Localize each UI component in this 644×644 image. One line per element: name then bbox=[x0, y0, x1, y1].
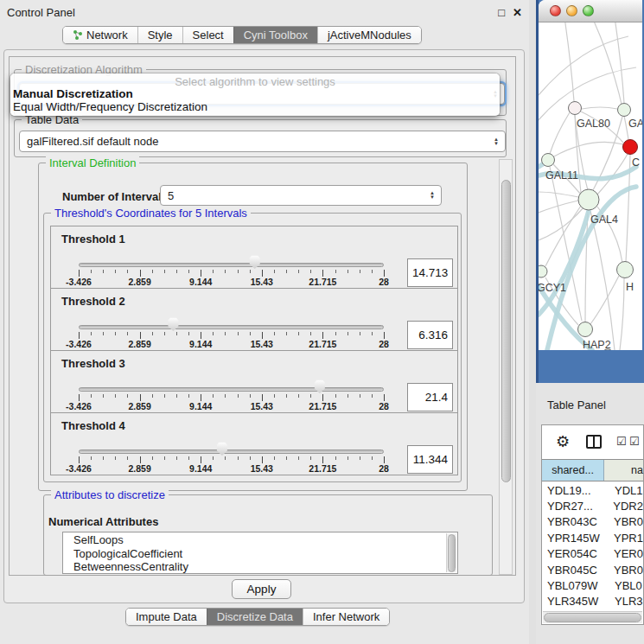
cell-name[interactable]: YBR0 bbox=[609, 515, 643, 528]
network-edge[interactable] bbox=[615, 22, 624, 103]
table-h-scrollbar[interactable] bbox=[543, 611, 642, 623]
table-row[interactable]: YER054CYER0 bbox=[542, 546, 643, 562]
table-row[interactable]: YBL079WYBL0 bbox=[542, 577, 643, 593]
node-label-GAL4: GAL4 bbox=[590, 214, 618, 226]
slider-track[interactable] bbox=[79, 450, 384, 454]
checkbox-icon[interactable]: ☑ bbox=[629, 435, 640, 448]
table-row[interactable]: YDL19...YDL1 bbox=[542, 482, 643, 498]
cell-shared-name[interactable]: YBL079W bbox=[542, 579, 610, 592]
cell-name[interactable]: YER0 bbox=[609, 547, 643, 560]
network-edge[interactable] bbox=[539, 192, 578, 197]
tab-cyni-toolbox[interactable]: Cyni Toolbox bbox=[233, 27, 317, 43]
cell-shared-name[interactable]: YBR045C bbox=[542, 564, 609, 577]
threshold-value-input[interactable] bbox=[407, 321, 453, 349]
network-edge[interactable] bbox=[564, 22, 574, 101]
slider-tick-labels: -3.4262.8599.14415.4321.71528 bbox=[79, 401, 384, 411]
panel-title: Control Panel bbox=[7, 6, 490, 19]
column-header-shared[interactable]: shared... bbox=[542, 460, 604, 481]
table-row[interactable]: YBR045CYBR0 bbox=[542, 562, 643, 577]
tab-network[interactable]: Network bbox=[63, 27, 137, 43]
numerical-attributes-list[interactable]: SelfLoopsTopologicalCoefficientBetweenne… bbox=[62, 532, 458, 574]
network-node-GCY1[interactable] bbox=[539, 265, 547, 277]
split-pane-icon[interactable] bbox=[586, 435, 602, 449]
num-intervals-combobox[interactable]: 5 ▲▼ bbox=[160, 185, 442, 206]
scrollbar-thumb[interactable] bbox=[544, 613, 641, 622]
cell-name[interactable]: YDR2 bbox=[609, 500, 643, 513]
slider-track[interactable] bbox=[79, 325, 384, 329]
network-window-titlebar[interactable] bbox=[539, 0, 642, 22]
cell-shared-name[interactable]: YLR345W bbox=[542, 595, 610, 608]
threshold-value-input[interactable] bbox=[407, 383, 453, 411]
scrollbar-thumb[interactable] bbox=[501, 180, 511, 482]
threshold-1-panel: Threshold 1 -3.4262.8599.14415.4321.7152… bbox=[50, 226, 458, 289]
network-node-GAL80[interactable] bbox=[569, 102, 582, 115]
attribute-list-item[interactable]: TopologicalCoefficient bbox=[73, 547, 457, 561]
cell-shared-name[interactable]: YDL19... bbox=[542, 484, 610, 497]
network-canvas[interactable]: GAL80GACGAL11GAL4GCY1HHAP2 bbox=[539, 22, 642, 350]
float-window-icon[interactable]: □ bbox=[498, 6, 505, 19]
tab-infer-network[interactable]: Infer Network bbox=[303, 609, 389, 625]
network-node-HAP2[interactable] bbox=[578, 322, 593, 337]
network-node-GA[interactable] bbox=[618, 104, 631, 117]
cell-shared-name[interactable]: YPR145W bbox=[542, 532, 609, 545]
column-header-name[interactable]: na bbox=[604, 460, 643, 481]
dropdown-item-equal-width[interactable]: Equal Width/Frequency Discretization bbox=[10, 101, 500, 114]
network-edge[interactable] bbox=[550, 112, 570, 154]
cell-shared-name[interactable]: YDR27... bbox=[542, 500, 609, 513]
network-edge[interactable] bbox=[590, 276, 619, 324]
table-data-combobox[interactable]: galFiltered.sif default node ▲▼ bbox=[19, 131, 506, 152]
num-intervals-label: Number of Intervals bbox=[62, 190, 168, 203]
threshold-value-input[interactable] bbox=[407, 258, 453, 287]
gear-icon[interactable]: ⚙ bbox=[556, 432, 570, 451]
attribute-list-item[interactable]: BetweennessCentrality bbox=[73, 560, 457, 574]
panel-divider[interactable] bbox=[529, 0, 536, 644]
node-label-HAP2: HAP2 bbox=[583, 339, 611, 350]
close-traffic-light[interactable] bbox=[550, 5, 561, 16]
cell-name[interactable]: YBR0 bbox=[609, 564, 643, 577]
cell-name[interactable]: YPR1 bbox=[609, 532, 643, 545]
network-node-GAL11[interactable] bbox=[542, 154, 555, 167]
apply-button[interactable]: Apply bbox=[232, 579, 291, 599]
threshold-label: Threshold 3 bbox=[61, 357, 125, 370]
numerical-attributes-label: Numerical Attributes bbox=[48, 515, 158, 528]
network-edge[interactable] bbox=[582, 107, 617, 109]
tab-discretize-data[interactable]: Discretize Data bbox=[207, 609, 303, 625]
table-panel: Table Panel ⚙ ☑ ☑ shared... na YDL19...Y… bbox=[536, 383, 644, 644]
network-edge[interactable] bbox=[539, 36, 628, 95]
tab-impute-data[interactable]: Impute Data bbox=[126, 609, 207, 625]
table-row[interactable]: YLR345WYLR3 bbox=[542, 594, 643, 609]
tab-jactivemnodules[interactable]: jActiveMNodules bbox=[317, 27, 421, 43]
tab-select[interactable]: Select bbox=[182, 27, 233, 43]
cell-shared-name[interactable]: YBR043C bbox=[542, 515, 609, 528]
tab-style[interactable]: Style bbox=[137, 27, 182, 43]
content-scrollbar[interactable] bbox=[499, 159, 513, 575]
list-scrollbar[interactable] bbox=[446, 533, 456, 572]
network-edge[interactable] bbox=[590, 211, 615, 350]
table-panel-title: Table Panel bbox=[547, 399, 606, 411]
tab-label: Impute Data bbox=[136, 610, 197, 623]
node-label-C: C bbox=[632, 156, 640, 169]
network-node-C[interactable] bbox=[623, 140, 638, 155]
minimize-traffic-light[interactable] bbox=[566, 5, 577, 16]
close-icon[interactable]: ✕ bbox=[513, 6, 522, 19]
table-row[interactable]: YDR27...YDR2 bbox=[542, 498, 643, 513]
network-node-H[interactable] bbox=[617, 262, 634, 278]
attribute-list-item[interactable]: SelfLoops bbox=[73, 533, 457, 547]
cell-name[interactable]: YLR3 bbox=[610, 595, 643, 608]
table-row[interactable]: YBR043CYBR0 bbox=[542, 514, 643, 530]
slider-track[interactable] bbox=[79, 387, 384, 392]
checkbox-icon[interactable]: ☑ bbox=[616, 435, 627, 448]
cell-name[interactable]: YBL0 bbox=[610, 579, 643, 592]
dropdown-item-manual[interactable]: Manual Discretization bbox=[10, 88, 500, 101]
threshold-value-input[interactable] bbox=[407, 445, 453, 474]
tab-label: jActiveMNodules bbox=[328, 29, 411, 41]
network-edge[interactable] bbox=[620, 278, 624, 350]
slider-track[interactable] bbox=[79, 263, 384, 267]
cell-name[interactable]: YDL1 bbox=[610, 484, 643, 497]
network-node-GAL4[interactable] bbox=[578, 189, 599, 210]
zoom-traffic-light[interactable] bbox=[583, 5, 594, 16]
network-edge[interactable] bbox=[554, 142, 623, 156]
table-row[interactable]: YPR145WYPR1 bbox=[542, 530, 643, 545]
combo-value: 5 bbox=[168, 189, 174, 202]
cell-shared-name[interactable]: YER054C bbox=[542, 547, 609, 560]
